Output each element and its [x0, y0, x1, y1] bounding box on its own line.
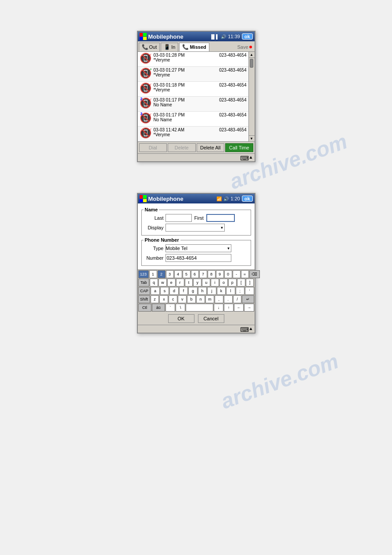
vkb-key-w[interactable]: w: [158, 279, 167, 287]
vkb-key-slash[interactable]: /: [233, 295, 242, 303]
scroll-down-1[interactable]: ▼: [249, 135, 255, 141]
vkb-key-enter[interactable]: ↵: [242, 295, 254, 303]
vkb-key-1[interactable]: 1: [149, 270, 157, 278]
call-info-4: 03-03 01:17 PM 023-483-4654 No Name: [154, 98, 247, 107]
vkb-key-4[interactable]: 4: [174, 270, 182, 278]
vkb-key-g[interactable]: g: [188, 287, 197, 295]
tab-missed[interactable]: 📞 Missed: [179, 43, 209, 51]
tab-in[interactable]: 📱 In: [161, 43, 178, 51]
vkb-key-right[interactable]: →: [244, 304, 254, 312]
vkb-key-lbracket[interactable]: [: [237, 279, 245, 287]
vkb-key-backslash[interactable]: \: [176, 304, 185, 312]
title-bar-right-2: 📶 🔊 1:20 ok: [216, 196, 252, 202]
scroll-up-1[interactable]: ▲: [249, 52, 255, 58]
ok-button-2[interactable]: ok: [242, 196, 253, 202]
vkb-key-k[interactable]: k: [217, 287, 226, 295]
tab-out[interactable]: 📞 Out: [139, 43, 160, 51]
vkb-key-shift[interactable]: Shift: [138, 295, 150, 303]
vkb-key-f[interactable]: f: [179, 287, 188, 295]
type-select[interactable]: Mobile Tel Home Tel Work Tel: [165, 244, 231, 252]
vkb-key-y[interactable]: y: [193, 279, 201, 287]
vkb-key-6[interactable]: 6: [191, 270, 199, 278]
call-row-2[interactable]: 📵 ↗ 03-03 01:27 PM 023-483-4654 *Veryme: [138, 67, 248, 82]
vkb-key-backspace[interactable]: ⌫: [249, 270, 260, 278]
vkb-key-cap[interactable]: CAP: [138, 287, 151, 295]
vkb-key-backtick[interactable]: `: [165, 304, 175, 312]
vkb-key-l[interactable]: l: [226, 287, 235, 295]
vkb-key-n[interactable]: n: [196, 295, 205, 303]
vkb-key-o[interactable]: o: [219, 279, 228, 287]
vkb-key-comma[interactable]: ,: [215, 295, 223, 303]
scroll-thumb-1[interactable]: [250, 59, 253, 68]
vkb-key-up[interactable]: ↑: [224, 304, 234, 312]
vkb-key-tab[interactable]: Tab: [138, 279, 150, 287]
vkb-key-9[interactable]: 9: [216, 270, 224, 278]
first-name-input[interactable]: [206, 214, 235, 222]
vkb-key-s[interactable]: s: [160, 287, 169, 295]
vkb-key-r[interactable]: r: [176, 279, 184, 287]
vkb-key-e[interactable]: e: [167, 279, 176, 287]
vkb-key-5[interactable]: 5: [183, 270, 191, 278]
expand-icon-1[interactable]: ▲: [249, 155, 253, 160]
call-icon-6: 📵 ↙: [140, 127, 152, 140]
ok-button-1[interactable]: ok: [242, 33, 253, 40]
vkb-key-i[interactable]: i: [211, 279, 219, 287]
cancel-dialog-button[interactable]: Cancel: [198, 314, 224, 323]
vkb-key-t[interactable]: t: [185, 279, 193, 287]
vkb-key-3[interactable]: 3: [166, 270, 174, 278]
volume-icon-2: 🔊: [223, 196, 229, 201]
vkb-key-x[interactable]: x: [159, 295, 168, 303]
vkb-key-period[interactable]: .: [224, 295, 233, 303]
call-row-6[interactable]: 📵 ↙ 03-03 11:42 AM 023-483-4654 *Veryme: [138, 127, 248, 141]
delete-all-button[interactable]: Delete All: [197, 143, 225, 152]
vkb-key-equals[interactable]: =: [241, 270, 249, 278]
vkb-key-h[interactable]: h: [198, 287, 207, 295]
vkb-key-ctl[interactable]: Ctl: [138, 304, 151, 312]
dial-button[interactable]: Dial: [139, 143, 167, 152]
scrollbar-1[interactable]: ▲ ▼: [248, 52, 255, 141]
vkb-key-0[interactable]: 0: [224, 270, 232, 278]
number-input[interactable]: [165, 254, 231, 262]
vkb-key-z[interactable]: z: [151, 295, 159, 303]
vkb-key-space[interactable]: [186, 304, 213, 312]
vkb-key-rbracket[interactable]: ]: [246, 279, 254, 287]
call-row-3[interactable]: 📵 ↙ 03-03 01:18 PM 023-483-4654 *Veryme: [138, 82, 248, 97]
vkb-key-auu[interactable]: áü: [152, 304, 165, 312]
save-button[interactable]: Save: [235, 44, 253, 51]
vkb-key-8[interactable]: 8: [208, 270, 216, 278]
vkb-key-d[interactable]: d: [169, 287, 178, 295]
vkb-key-a[interactable]: a: [151, 287, 159, 295]
expand-icon-2[interactable]: ▲: [249, 326, 253, 332]
vkb-key-down[interactable]: ↓: [214, 304, 223, 312]
keyboard-icon-1[interactable]: ⌨: [240, 155, 249, 160]
form-area: Name Last First Display ▼: [138, 203, 255, 269]
ok-dialog-button[interactable]: OK: [168, 314, 194, 323]
dialog-buttons: OK Cancel: [138, 312, 255, 325]
keyboard-icon-2[interactable]: ⌨: [240, 326, 249, 332]
vkb-key-minus[interactable]: -: [233, 270, 241, 278]
vkb-key-123[interactable]: 123: [138, 270, 149, 278]
vkb-key-u[interactable]: u: [202, 279, 210, 287]
signal-icon-1: ▐▌▌: [210, 34, 219, 39]
call-row-4[interactable]: 📵 2 ↙ 03-03 01:17 PM 023-483-4654 No Nam…: [138, 97, 248, 112]
vkb-key-c[interactable]: c: [169, 295, 177, 303]
display-select[interactable]: [165, 224, 225, 232]
last-name-input[interactable]: [165, 214, 192, 222]
vkb-key-left[interactable]: ←: [234, 304, 244, 312]
vkb-key-b[interactable]: b: [187, 295, 196, 303]
vkb-key-j[interactable]: j: [207, 287, 216, 295]
vkb-key-q[interactable]: q: [150, 279, 158, 287]
vkb-key-v[interactable]: v: [178, 295, 187, 303]
vkb-key-semicolon[interactable]: ;: [236, 287, 245, 295]
call-row-5[interactable]: 📵 3 ↙ 03-03 01:17 PM 023-483-4654 No Nam…: [138, 112, 248, 127]
vkb-key-7[interactable]: 7: [199, 270, 207, 278]
vkb-key-p[interactable]: p: [228, 279, 237, 287]
vkb-key-quote[interactable]: ': [245, 287, 254, 295]
call-row-1[interactable]: 📵 ↙ 03-03 01:28 PM 023-483-4654 *Veryme: [138, 52, 248, 67]
vkb-key-2[interactable]: 2: [158, 270, 165, 278]
call-time-button[interactable]: Call Time: [225, 143, 253, 152]
delete-button[interactable]: Delete: [168, 143, 196, 152]
name-section: Name Last First Display ▼: [141, 207, 251, 236]
call-number-2: 023-483-4654: [219, 68, 246, 73]
vkb-key-m[interactable]: m: [205, 295, 214, 303]
